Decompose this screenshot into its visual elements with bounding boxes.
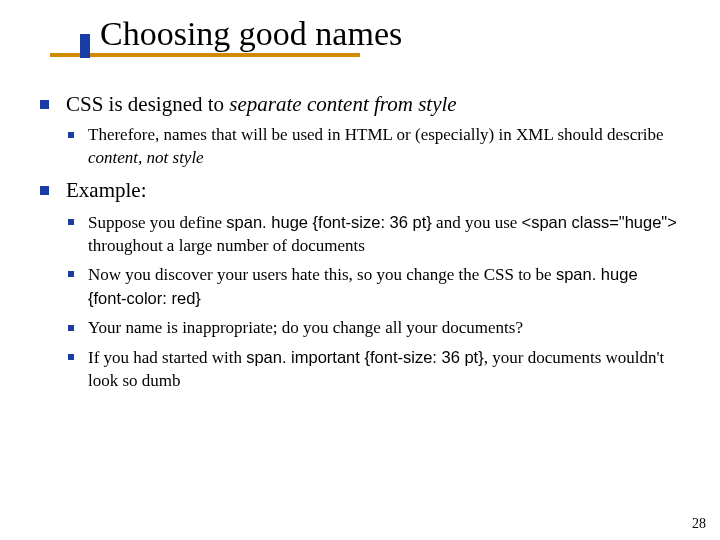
slide-body: CSS is designed to separate content from… [40,84,680,399]
body-text: If you had started with [88,348,246,367]
body-text: and you use [432,213,522,232]
bullet-level2: Now you discover your users hate this, s… [40,263,680,311]
body-text: CSS is designed to [66,92,229,116]
body-text: Now you discover your users hate this, s… [88,265,556,284]
bullet-level1: Example: [40,176,680,204]
bullet-level2: Your name is inappropriate; do you chang… [40,317,680,340]
code-text: <span class="huge"> [522,213,677,231]
slide-title: Choosing good names [50,10,402,55]
slide: Choosing good names CSS is designed to s… [0,0,720,540]
slide-title-block: Choosing good names [50,10,402,57]
code-text: span. huge {font-size: 36 pt} [226,213,432,231]
body-text: Suppose you define [88,213,226,232]
body-text-italic: content, not style [88,148,204,167]
title-underline [50,53,360,57]
body-text: Therefore, names that will be used in HT… [88,125,664,144]
bullet-level2: If you had started with span. important … [40,346,680,393]
body-text: throughout a large number of documents [88,236,365,255]
bullet-level1: CSS is designed to separate content from… [40,90,680,118]
body-text: Example: [66,178,146,202]
code-text: span. important {font-size: 36 pt} [246,348,484,366]
bullet-level2: Suppose you define span. huge {font-size… [40,211,680,258]
title-accent-bar [80,34,90,58]
body-text-italic: separate content from style [229,92,456,116]
body-text: Your name is inappropriate; do you chang… [88,318,523,337]
page-number: 28 [692,516,706,532]
bullet-level2: Therefore, names that will be used in HT… [40,124,680,170]
